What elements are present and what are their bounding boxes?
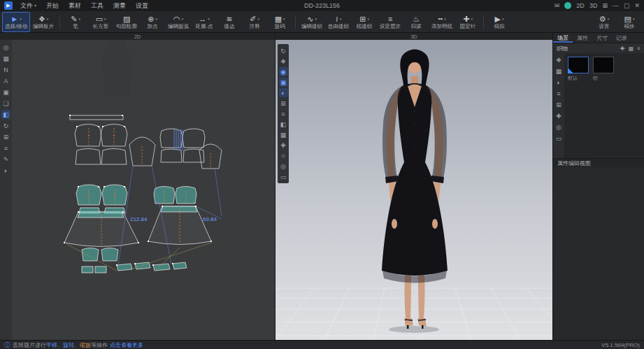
tool-button[interactable]: ∿▾编辑缝纫 (299, 12, 325, 32)
main-area: 2D ◎▦NA▣❏◧↻⊞≡✎◐ (0, 33, 644, 340)
side-tool-icon[interactable]: ◎ (1, 43, 10, 52)
side-tool-icon[interactable]: ❖ (279, 57, 288, 66)
side-tool-icon[interactable]: ◐ (1, 166, 10, 175)
tool-icon-glyph: ╍ (438, 15, 443, 23)
side-tool-icon[interactable]: ❖ (554, 55, 564, 64)
menu-item[interactable]: 文件▾ (15, 0, 41, 11)
menu-item[interactable]: 开始 (41, 0, 64, 11)
side-tool-icon[interactable]: ⊞ (279, 99, 288, 108)
menu-item[interactable]: 素材 (64, 0, 86, 11)
message-icon[interactable]: ✉ (554, 0, 560, 11)
status-text: 、 (57, 341, 63, 349)
tool-button[interactable]: ✚▾固定针 (455, 12, 480, 32)
tool-button[interactable]: ▭▾长方形 (88, 12, 113, 32)
tool-button[interactable]: ⊕▾加点 (140, 12, 165, 32)
side-tool-icon[interactable]: A (1, 76, 10, 85)
menu-item[interactable]: 测量 (108, 0, 131, 11)
side-tool-icon[interactable]: ◐ (554, 78, 564, 87)
tool-button[interactable]: ╍▾添加明线 (429, 12, 455, 32)
menu-item[interactable]: 设置 (131, 0, 153, 11)
side-tool-icon[interactable]: ✚ (554, 111, 564, 120)
tool-button[interactable]: ≀▾自由缝纫 (325, 12, 352, 32)
panel-2d-header[interactable]: 2D (0, 33, 275, 40)
side-tool-icon[interactable]: ◎ (554, 122, 564, 131)
tool-button[interactable]: ⊞▾线缝纫 (352, 12, 377, 32)
side-tool-icon[interactable]: ⊞ (554, 100, 564, 109)
side-tool-icon[interactable]: ◧ (279, 120, 288, 129)
user-avatar[interactable] (564, 2, 571, 9)
right-panel-tab[interactable]: 记录 (612, 33, 631, 43)
chevron-down-icon: ▾ (182, 17, 184, 21)
side-tool-icon[interactable]: ↻ (279, 46, 288, 55)
tool-button[interactable]: ≡设定层次 (377, 12, 403, 32)
side-tool-icon[interactable]: ≡ (279, 109, 288, 118)
close-icon[interactable]: ✕ (634, 0, 640, 11)
titlebar-right: ✉2D3D⊞—▢✕ (554, 0, 640, 11)
pattern-pieces-top[interactable] (70, 115, 222, 169)
tool-button[interactable]: ≋缝边 (217, 12, 242, 32)
tool-icon-glyph: ♨ (413, 15, 420, 23)
side-tool-icon[interactable]: ▣ (279, 78, 288, 87)
fabric-swatch[interactable]: 默认 (568, 57, 589, 82)
menu-item[interactable]: 工具 (86, 0, 108, 11)
side-tool-icon[interactable]: ≡ (1, 143, 10, 152)
side-tool-icon[interactable]: ▭ (554, 134, 564, 143)
side-tool-icon[interactable]: ⊹ (279, 151, 288, 160)
minimize-icon[interactable]: — (613, 0, 619, 11)
chevron-down-icon: ▾ (20, 17, 22, 21)
avatar-3d[interactable] (382, 50, 448, 334)
side-tool-icon[interactable]: ▭ (279, 172, 288, 181)
side-tool-icon[interactable]: ✎ (1, 155, 10, 164)
tool-button[interactable]: ❖▾编辑板片 (30, 12, 57, 32)
tool-icon: ≋ (226, 14, 232, 23)
right-panel-tab[interactable]: 属性 (573, 33, 592, 43)
right-panel-tab[interactable]: 场景 (553, 33, 573, 43)
tool-button[interactable]: ♨归拔 (403, 12, 429, 32)
menu-label: 设置 (136, 0, 148, 11)
side-tool-icon[interactable]: ◎ (279, 162, 288, 171)
tool-button[interactable]: ▦▾放码 (267, 12, 292, 32)
side-tool-icon[interactable]: ◧ (1, 110, 10, 119)
modules-tool[interactable]: ▤▾模块 (617, 12, 642, 32)
right-panel-tab[interactable]: 尺寸 (592, 33, 612, 43)
settings-tool[interactable]: ⚙▾设置 (592, 12, 617, 32)
add-fabric-button[interactable]: ✚ (620, 45, 625, 52)
tool-icon: ╍▾ (438, 14, 446, 23)
view-toggle-2d[interactable]: 2D (576, 0, 585, 11)
view-toggle-3d[interactable]: 3D (589, 0, 598, 11)
side-tool-icon[interactable]: ◐ (279, 88, 288, 97)
side-tool-icon[interactable]: ▣ (1, 87, 10, 97)
viewport-3d[interactable] (276, 40, 552, 340)
maximize-icon[interactable]: ▢ (624, 0, 630, 11)
side-tool-icon[interactable]: ↻ (1, 121, 10, 130)
grid-view-button[interactable]: ▦ (629, 45, 634, 52)
fabric-swatch-label: 纱 (593, 75, 614, 82)
side-tool-icon[interactable]: ✚ (279, 141, 288, 150)
status-link[interactable]: 点击查看更多 (110, 341, 143, 349)
panel-3d-header[interactable]: 3D (276, 33, 552, 40)
side-tool-icon[interactable]: ❏ (1, 99, 10, 108)
tool-icon-glyph: ▦ (275, 15, 282, 23)
side-tool-icon[interactable]: N (1, 65, 10, 74)
side-tool-icon[interactable]: ▦ (554, 66, 564, 76)
tool-button[interactable]: ▨勾勒轮廓 (113, 12, 140, 32)
tool-button[interactable]: ✐▾注释 (242, 12, 267, 32)
fabric-swatch[interactable]: 纱 (593, 57, 614, 82)
side-tool-icon[interactable]: ≡ (554, 89, 564, 98)
side-tool-icon[interactable]: ▦ (1, 54, 10, 63)
tool-button[interactable]: ▶▾模拟 (487, 12, 512, 32)
property-view-header[interactable]: 属性编辑视图 (553, 158, 644, 167)
tool-button[interactable]: ↔▾延展-点 (192, 12, 217, 32)
tool-button[interactable]: ◠▾编辑圆弧 (165, 12, 192, 32)
tool-button[interactable]: ✎▾笔 (63, 12, 88, 32)
pattern-canvas[interactable] (12, 40, 276, 340)
main-toolbar: ►▾选择/移动❖▾编辑板片✎▾笔▭▾长方形▨勾勒轮廓⊕▾加点◠▾编辑圆弧↔▾延展… (0, 11, 644, 33)
side-tool-icon[interactable]: ⊞ (1, 132, 10, 141)
tool-button[interactable]: ►▾选择/移动 (2, 12, 30, 32)
list-view-button[interactable]: ≡ (637, 45, 641, 52)
layout-icon[interactable]: ⊞ (602, 0, 608, 11)
side-tool-icon[interactable]: ▦ (279, 130, 288, 139)
tool-icon: ▨ (123, 14, 130, 23)
right-panel: 场景属性尺寸记录 织物 ✚▦≡ ❖▦◐≡⊞✚◎▭ 默认纱 属性编辑视图 (552, 33, 644, 340)
side-tool-icon[interactable]: ◉ (279, 67, 288, 76)
